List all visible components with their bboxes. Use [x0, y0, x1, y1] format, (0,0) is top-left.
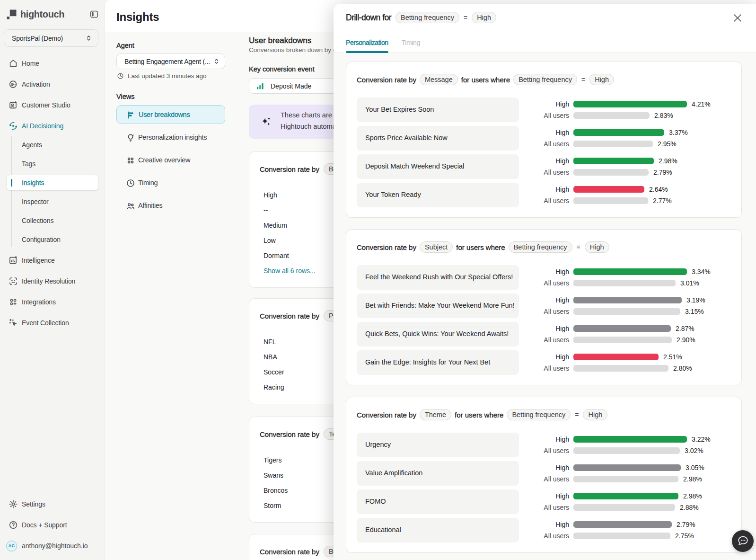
drilldown-row: Sports Price Available NowHigh3.37%All u… — [346, 126, 742, 151]
card-title: Conversion rate byThemefor users whereBe… — [357, 409, 611, 420]
bar-all-users — [573, 337, 672, 343]
drilldown-row: Deposit Match Weekend SpecialHigh2.98%Al… — [346, 154, 742, 179]
integrations-icon — [9, 297, 18, 307]
close-icon[interactable] — [733, 13, 742, 23]
sidebar-item-label: Intelligence — [22, 257, 55, 264]
card-row-label: Storm — [264, 502, 281, 509]
chat-fab-button[interactable] — [732, 530, 754, 552]
workspace-switcher[interactable]: SportsPal (Demo) — [4, 29, 98, 47]
sidebar-subitem-tags[interactable]: Tags — [4, 156, 98, 171]
intelligence-icon — [9, 256, 18, 265]
value-pill[interactable]: High — [585, 241, 609, 253]
value-pill[interactable]: High — [583, 409, 607, 420]
view-item-user-breakdowns[interactable]: User breakdowns — [116, 105, 225, 124]
nav-tree-line — [11, 136, 12, 247]
bar-all-users — [573, 476, 678, 482]
dimension-pill[interactable]: Subject — [420, 241, 453, 253]
sidebar-item-identity-resolution[interactable]: Identity Resolution — [4, 273, 98, 290]
series-label-high: High — [507, 296, 569, 304]
bar-line-high: High2.64% — [507, 184, 668, 195]
creative-icon — [126, 156, 135, 165]
activation-icon — [9, 80, 18, 89]
card-title: Conversion rate bySubjectfor users where… — [357, 241, 613, 253]
hightouch-logo-icon — [7, 9, 17, 19]
event-collection-icon — [9, 318, 18, 328]
sidebar-item-ai-decisioning[interactable]: AI Decisioning — [4, 117, 98, 134]
sidebar-item-settings[interactable]: Settings — [4, 496, 98, 513]
sidebar-subitem-inspector[interactable]: Inspector — [4, 194, 98, 209]
breakdowns-icon — [126, 110, 135, 119]
dimension-pill[interactable]: Theme — [420, 409, 451, 420]
card-row-label: Tigers — [264, 456, 281, 464]
user-menu[interactable]: ACanthony@hightouch.io — [4, 537, 101, 554]
views-label: Views — [116, 93, 134, 100]
bar-value-all-users: 2.80% — [673, 364, 692, 372]
bar-line-all-users: All users2.98% — [507, 474, 702, 484]
bar-value-all-users: 2.77% — [653, 197, 672, 204]
filter-pill[interactable]: Betting frequency — [509, 241, 572, 253]
view-item-label: Affinities — [138, 202, 163, 209]
sidebar-subitem-label: Configuration — [22, 236, 61, 243]
dimension-pill[interactable]: Message — [420, 74, 458, 85]
series-label-all-users: All users — [507, 447, 569, 454]
series-label-high: High — [507, 129, 569, 136]
sidebar-subitem-configuration[interactable]: Configuration — [4, 232, 98, 247]
sidebar-subitem-collections[interactable]: Collections — [4, 213, 98, 228]
bar-all-users — [573, 533, 670, 539]
drawer-tab-personalization[interactable]: Personalization — [346, 38, 388, 53]
logo-wordmark: hightouch — [20, 9, 64, 20]
view-item-timing[interactable]: Timing — [116, 173, 225, 192]
sidebar-item-label: Activation — [22, 80, 50, 88]
sidebar-collapse-icon[interactable] — [89, 9, 99, 19]
sidebar-item-label: Identity Resolution — [22, 277, 75, 285]
sidebar-item-customer-studio[interactable]: Customer Studio — [4, 97, 98, 114]
row-label: Educational — [365, 526, 401, 533]
row-label-chip: Value Amplification — [357, 461, 519, 486]
bar-line-high: High2.51% — [507, 352, 682, 362]
user-email: anthony@hightouch.io — [22, 542, 88, 550]
series-label-high: High — [507, 186, 569, 193]
sidebar-item-home[interactable]: Home — [4, 55, 98, 72]
sidebar-item-label: Docs + Support — [22, 521, 67, 529]
card-row-label: Racing — [264, 383, 284, 391]
bar-high — [573, 186, 644, 193]
bar-value-all-users: 2.88% — [680, 504, 699, 511]
sidebar-subitem-agents[interactable]: Agents — [4, 137, 98, 152]
drawer-tab-timing[interactable]: Timing — [402, 38, 420, 53]
bar-line-high: High3.34% — [507, 267, 711, 277]
view-item-personalization-insights[interactable]: Personalization insights — [116, 128, 225, 147]
bar-high — [573, 158, 654, 164]
sidebar-item-event-collection[interactable]: Event Collection — [4, 314, 98, 331]
sidebar-item-label: Event Collection — [22, 319, 69, 327]
bar-all-users — [573, 141, 653, 147]
row-label-chip: Deposit Match Weekend Special — [357, 154, 519, 179]
bar-line-all-users: All users2.79% — [507, 167, 672, 178]
show-all-rows-link[interactable]: Show all 6 rows... — [264, 267, 316, 275]
sidebar-subitem-insights[interactable]: Insights — [7, 175, 98, 190]
filter-pill[interactable]: Betting frequency — [507, 409, 571, 420]
row-label-chip: FOMO — [357, 489, 519, 514]
settings-icon — [9, 499, 18, 509]
agent-select-value: Betting Engagement Agent (... — [124, 58, 210, 65]
bar-value-all-users: 2.75% — [675, 532, 694, 540]
view-item-creative-overview[interactable]: Creative overview — [116, 151, 225, 169]
bar-all-users — [573, 280, 676, 286]
card-row-label: -- — [264, 206, 268, 214]
sidebar-item-integrations[interactable]: Integrations — [4, 293, 98, 311]
drawer-value-pill: High — [472, 12, 496, 23]
bar-value-all-users: 3.02% — [685, 447, 703, 454]
agent-select[interactable]: Betting Engagement Agent (... — [116, 53, 225, 69]
series-label-high: High — [507, 353, 569, 361]
bar-high — [573, 464, 681, 471]
drilldown-row: FOMOHigh2.98%All users2.88% — [346, 489, 742, 514]
sidebar-item-activation[interactable]: Activation — [4, 76, 98, 93]
value-pill[interactable]: High — [589, 74, 614, 85]
view-item-affinities[interactable]: Affinities — [116, 196, 225, 215]
sidebar-item-intelligence[interactable]: Intelligence — [4, 252, 98, 269]
avatar: AC — [6, 541, 17, 551]
bar-value-all-users: 2.98% — [683, 475, 702, 483]
sidebar-item-docs-support[interactable]: Docs + Support — [4, 516, 98, 533]
sidebar-item-label: Integrations — [22, 298, 56, 306]
personalization-icon — [126, 133, 135, 142]
filter-pill[interactable]: Betting frequency — [513, 74, 577, 85]
